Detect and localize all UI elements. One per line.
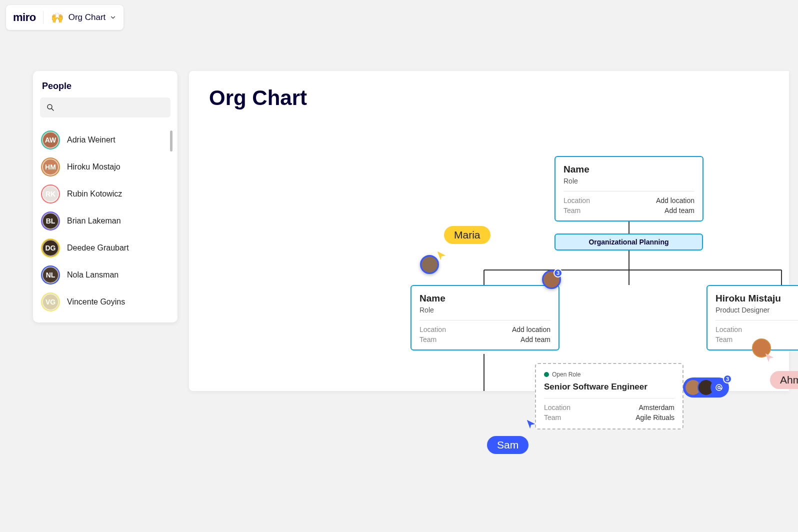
team-label: Team — [544, 414, 561, 422]
cursor-label-maria: Maria — [444, 226, 490, 244]
open-role-badge-label: Open Role — [552, 371, 580, 378]
divider — [420, 320, 550, 320]
person-name: Hiroku Mostajo — [67, 162, 120, 172]
person-name: Rubin Kotowicz — [67, 190, 122, 198]
cursor-arrow-icon — [526, 418, 536, 430]
card-name: Hiroku Mistaju — [716, 293, 798, 304]
team-label: Team — [716, 336, 732, 344]
org-card-open-role[interactable]: Open Role Senior Software Engineer Locat… — [535, 363, 684, 430]
location-value[interactable]: Add location — [656, 196, 694, 204]
card-name: Name — [564, 164, 694, 175]
open-role-badge: Open Role — [544, 371, 674, 378]
location-label: Location — [716, 326, 742, 334]
org-planning-chip[interactable]: Organizational Planning — [554, 234, 703, 250]
card-name: Name — [420, 293, 550, 304]
cursor-label-sam: Sam — [487, 436, 528, 454]
person-name: Nola Lansman — [67, 270, 118, 280]
svg-line-1 — [52, 108, 54, 110]
card-role: Product Designer — [716, 306, 798, 314]
cursor-label-ahmed: Ahmed — [770, 371, 798, 389]
people-search-input[interactable] — [40, 98, 170, 118]
team-value: Agile Rituals — [636, 414, 674, 422]
svg-point-10 — [716, 384, 722, 390]
person-row[interactable]: RK Rubin Kotowicz — [40, 180, 170, 208]
board-name-dropdown[interactable]: 🙌 Org Chart — [50, 10, 117, 24]
svg-point-0 — [48, 104, 52, 109]
person-row[interactable]: DG Deedee Graubart — [40, 234, 170, 262]
team-label: Team — [420, 336, 436, 344]
divider — [43, 11, 44, 24]
location-value: Amsterdam — [638, 404, 674, 412]
comment-count-badge: 3 — [554, 268, 562, 278]
mention-cluster[interactable]: 3 — [683, 378, 729, 398]
collaborator-avatar[interactable] — [420, 255, 439, 274]
people-list: AW Adria Weinert HM Hiroku Mostajo RK Ru… — [40, 126, 170, 316]
board-title-pill[interactable]: miro 🙌 Org Chart — [6, 5, 124, 30]
canvas-title: Org Chart — [209, 86, 769, 110]
person-row[interactable]: VG Vincente Goyins — [40, 288, 170, 316]
person-row[interactable]: BL Brian Lakeman — [40, 208, 170, 234]
comment-avatar[interactable]: 3 — [542, 270, 561, 289]
person-row[interactable]: AW Adria Weinert — [40, 126, 170, 154]
team-value[interactable]: Add team — [664, 206, 694, 214]
team-value[interactable]: Add team — [520, 336, 550, 344]
divider — [544, 398, 674, 398]
miro-logo: miro — [13, 11, 36, 24]
people-panel: People AW Adria Weinert HM Hiroku Mostaj… — [33, 71, 178, 322]
divider — [564, 191, 694, 192]
board-emoji-icon: 🙌 — [50, 10, 64, 24]
person-row[interactable]: HM Hiroku Mostajo — [40, 154, 170, 180]
card-role: Role — [420, 306, 550, 314]
org-card-right[interactable]: Hiroku Mistaju Product Designer Location… — [706, 285, 798, 350]
location-label: Location — [544, 404, 570, 412]
person-name: Vincente Goyins — [67, 298, 125, 306]
people-title: People — [40, 81, 170, 92]
person-name: Deedee Graubart — [67, 244, 129, 252]
person-row[interactable]: NL Nola Lansman — [40, 262, 170, 288]
card-role: Role — [564, 177, 694, 185]
person-name: Brian Lakeman — [67, 216, 121, 226]
divider — [716, 320, 798, 320]
location-label: Location — [564, 196, 590, 204]
scrollbar-thumb[interactable] — [170, 130, 172, 152]
search-icon — [46, 103, 55, 112]
board-name-label: Org Chart — [68, 12, 106, 22]
canvas[interactable]: Org Chart Name Role LocationAdd location… — [189, 71, 789, 391]
team-label: Team — [564, 206, 580, 214]
org-card-left[interactable]: Name Role LocationAdd location TeamAdd t… — [410, 285, 560, 350]
open-role-title: Senior Software Engineer — [544, 382, 674, 392]
location-label: Location — [420, 326, 446, 334]
chevron-down-icon — [110, 14, 116, 21]
person-name: Adria Weinert — [67, 136, 116, 144]
cursor-arrow-icon — [764, 352, 775, 363]
mention-count-badge: 3 — [723, 374, 732, 384]
org-card-top[interactable]: Name Role LocationAdd location TeamAdd t… — [554, 156, 704, 222]
location-value[interactable]: Add location — [512, 326, 550, 334]
status-dot-icon — [544, 372, 549, 377]
